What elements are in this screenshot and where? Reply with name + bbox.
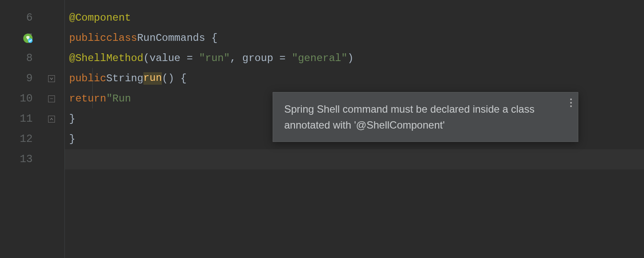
- line-number: 6: [26, 12, 33, 24]
- method-name-token: run: [143, 72, 162, 85]
- fold-gutter: −: [39, 0, 64, 258]
- keyword-token: public: [69, 32, 106, 44]
- annotation-token: @Component: [69, 12, 131, 24]
- code-line[interactable]: public class RunCommands {: [65, 28, 644, 48]
- line-number: 12: [20, 133, 33, 145]
- code-line[interactable]: [65, 149, 644, 169]
- kebab-icon: [570, 98, 572, 107]
- code-line[interactable]: @ShellMethod(value = "run", group = "gen…: [65, 48, 644, 68]
- comma-token: ,: [230, 52, 242, 64]
- string-token: "general": [292, 52, 348, 64]
- fold-expand-icon[interactable]: [48, 116, 55, 123]
- brace-token: }: [69, 113, 75, 125]
- line-number-gutter: 6 7 8 9 10 11 12 13: [0, 0, 39, 258]
- line-number: 11: [20, 113, 33, 125]
- line-number: 8: [26, 52, 33, 64]
- string-token: "run": [199, 52, 230, 64]
- line-number: 13: [20, 153, 33, 166]
- keyword-token: class: [106, 32, 137, 44]
- inspection-tooltip: Spring Shell command must be declared in…: [273, 92, 578, 142]
- keyword-token: public: [69, 73, 106, 84]
- code-line[interactable]: @Component: [65, 8, 644, 28]
- paren-token: (): [162, 73, 174, 84]
- tooltip-more-actions-button[interactable]: [570, 98, 572, 107]
- operator-token: =: [279, 52, 292, 64]
- paren-token: ): [347, 52, 353, 64]
- param-name-token: value: [149, 52, 186, 64]
- class-name-token: RunCommands: [137, 32, 205, 44]
- keyword-token: return: [69, 93, 106, 104]
- brace-token: {: [174, 73, 187, 84]
- line-number: 9: [26, 72, 33, 85]
- string-token: "Run: [106, 93, 131, 104]
- fold-collapse-icon[interactable]: −: [48, 95, 55, 102]
- code-area[interactable]: @Component public class RunCommands { @S…: [64, 0, 644, 258]
- code-line[interactable]: public String run() {: [65, 68, 644, 89]
- fold-collapse-icon[interactable]: [48, 75, 55, 82]
- type-token: String: [106, 73, 143, 84]
- paren-token: (: [143, 52, 149, 64]
- operator-token: =: [187, 52, 199, 64]
- tooltip-message: Spring Shell command must be declared in…: [284, 103, 535, 131]
- line-number: 10: [20, 92, 33, 105]
- spring-bean-icon[interactable]: [22, 33, 33, 44]
- brace-token: }: [69, 133, 75, 145]
- param-name-token: group: [242, 52, 279, 64]
- annotation-token: @ShellMethod: [69, 52, 143, 64]
- brace-token: {: [205, 32, 218, 44]
- code-editor: 6 7 8 9 10 11 12 13: [0, 0, 644, 258]
